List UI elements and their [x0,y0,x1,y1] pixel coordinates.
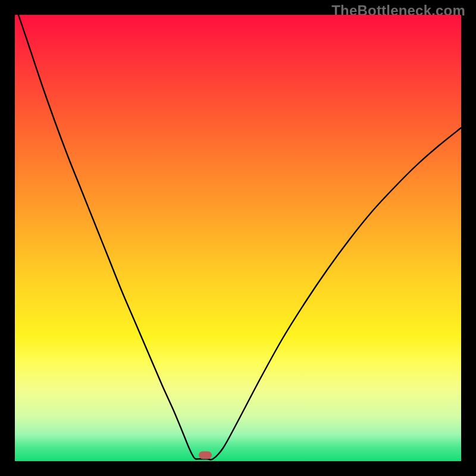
chart-frame: TheBottleneck.com [0,0,476,476]
plot-area [15,15,461,461]
bottleneck-curve [18,15,461,460]
curve-svg [15,15,461,461]
optimal-point-marker [199,452,212,459]
